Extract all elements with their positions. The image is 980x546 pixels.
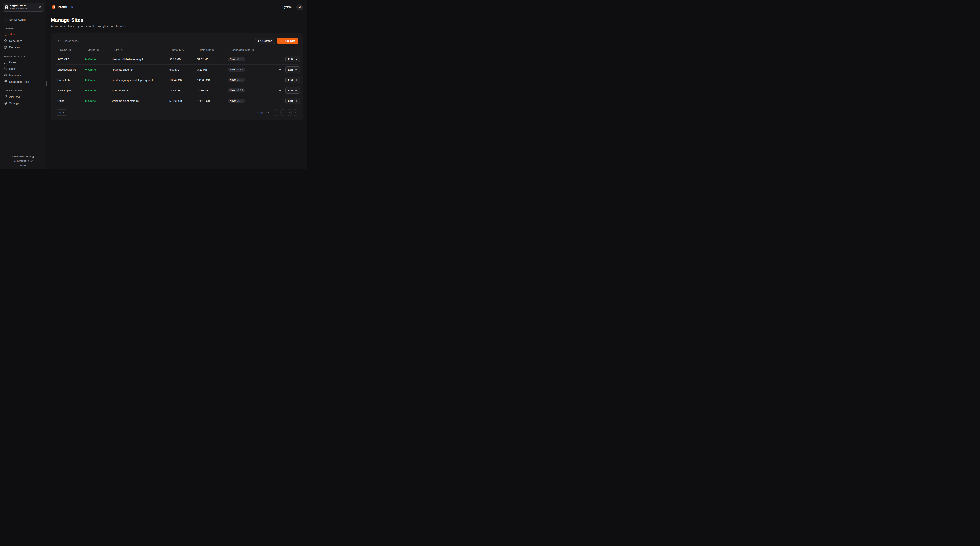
table-row: Home LabOnlinedead-san-joaquin-antelope-… xyxy=(56,75,298,85)
sidebar-item-api-keys[interactable]: API Keys xyxy=(3,93,44,100)
last-page-button[interactable] xyxy=(293,109,298,115)
connection-type-cell: Newtv1.3.2 xyxy=(226,99,275,103)
site-online-cell: Online xyxy=(83,58,110,61)
refresh-button[interactable]: Refresh xyxy=(255,38,275,44)
column-label: Data In xyxy=(172,48,181,51)
column-label: Name xyxy=(60,48,67,51)
online-status-dot xyxy=(85,100,87,102)
sidebar-item-roles[interactable]: Roles xyxy=(3,65,44,72)
sidebar-item-label: Sites xyxy=(9,33,15,36)
sidebar-item-domains[interactable]: Domains xyxy=(3,44,44,51)
brand[interactable]: PANGOLIN xyxy=(51,4,73,10)
app-version: v1.7.0 xyxy=(0,163,46,167)
connection-type-cell: Newtv1.3.2 xyxy=(226,88,275,93)
data-in-cell: 112.42 GB xyxy=(167,79,196,81)
ellipsis-icon xyxy=(278,68,281,71)
column-sort-site[interactable]: Site xyxy=(110,48,167,51)
refresh-icon xyxy=(258,40,261,42)
data-out-cell: 780.12 GB xyxy=(196,99,226,102)
online-status-dot xyxy=(85,79,87,81)
online-status-dot xyxy=(85,58,87,60)
search-icon xyxy=(58,40,61,42)
sidebar-item-resources[interactable]: Resources xyxy=(3,38,44,44)
row-actions-menu-button[interactable] xyxy=(277,78,282,82)
sidebar-item-users[interactable]: Users xyxy=(3,59,44,65)
community-edition-link[interactable]: Community Edition xyxy=(0,155,46,159)
ellipsis-icon xyxy=(278,99,281,102)
row-actions-menu-button[interactable] xyxy=(277,67,282,72)
sidebar-item-shareable-links[interactable]: Shareable Links xyxy=(3,78,44,85)
sidebar-item-sites[interactable]: Sites xyxy=(3,31,44,38)
edit-button[interactable]: Edit xyxy=(285,98,300,104)
column-sort-name[interactable]: Name xyxy=(56,48,83,51)
site-name-cell: AWS VPC xyxy=(56,58,83,61)
edit-button[interactable]: Edit xyxy=(285,56,300,62)
connection-type-version: v1.3.2 xyxy=(237,68,243,71)
gear-icon xyxy=(4,101,7,105)
connection-type-name: Newt xyxy=(230,58,235,61)
first-page-button[interactable] xyxy=(274,109,279,115)
table-row: Jeff's LaptopOnlinesmug-brown-rat12.65 G… xyxy=(56,85,298,96)
row-actions-cell: Edit xyxy=(275,98,302,104)
sidebar-item-label: Settings xyxy=(9,102,19,105)
chevron-right-icon xyxy=(288,111,291,114)
ellipsis-icon xyxy=(278,57,281,61)
refresh-button-label: Refresh xyxy=(262,40,272,42)
search-input[interactable] xyxy=(63,40,123,42)
edit-button[interactable]: Edit xyxy=(285,87,300,94)
sidebar-resize-handle[interactable] xyxy=(46,81,47,86)
connection-type-name: Newt xyxy=(230,89,235,92)
site-slug-cell: dead-san-joaquin-antelope-squirrel xyxy=(110,79,167,81)
next-page-button[interactable] xyxy=(287,109,292,115)
add-site-button[interactable]: Add Site xyxy=(277,38,298,44)
previous-page-button[interactable] xyxy=(280,109,285,115)
data-out-cell: 34.80 GB xyxy=(196,89,226,92)
user-icon xyxy=(4,61,7,64)
connection-type-version: v1.3.2 xyxy=(237,58,243,61)
connection-type-version: v1.3.2 xyxy=(237,79,243,81)
sidebar-item-server-admin[interactable]: Server Admin xyxy=(3,16,44,23)
row-actions-menu-button[interactable] xyxy=(277,99,282,103)
data-in-cell: 5.00 MB xyxy=(167,68,196,71)
edit-button-label: Edit xyxy=(288,99,293,102)
sites-icon xyxy=(4,33,7,36)
chevron-down-icon xyxy=(62,111,65,114)
theme-toggle[interactable]: System xyxy=(278,5,292,9)
documentation-link[interactable]: Documentation xyxy=(0,159,46,163)
column-sort-connection-type[interactable]: Connection Type xyxy=(226,48,275,51)
sidebar-item-label: Users xyxy=(9,61,16,64)
row-actions-cell: Edit xyxy=(275,87,302,94)
organization-label: Organization xyxy=(10,4,37,7)
page-subtitle: Allow connectivity to your network throu… xyxy=(51,24,303,28)
app-window: Organization milo@fossorial.io's ... Ser… xyxy=(0,0,307,169)
table-body: AWS VPCOnlinevivacious-little-blue-pengu… xyxy=(56,54,298,106)
site-online-cell: Online xyxy=(83,79,110,81)
page-size-select[interactable]: 20 xyxy=(56,109,67,115)
sidebar-item-invitations[interactable]: Invitations xyxy=(3,72,44,78)
server-icon xyxy=(4,18,7,21)
section-title-access-control: ACCESS CONTROL xyxy=(4,55,43,57)
user-avatar[interactable]: M xyxy=(296,4,303,10)
chevrons-up-down-icon xyxy=(38,6,41,9)
row-actions-menu-button[interactable] xyxy=(277,57,282,62)
arrow-right-icon xyxy=(294,100,298,102)
edit-button[interactable]: Edit xyxy=(285,67,300,73)
sidebar-item-label: Shareable Links xyxy=(9,80,29,83)
top-bar: PANGOLIN System M xyxy=(51,0,303,14)
brand-name: PANGOLIN xyxy=(58,5,73,9)
sort-icon xyxy=(212,49,215,51)
sort-icon xyxy=(97,49,99,51)
site-slug-cell: vivacious-little-blue-penguin xyxy=(110,58,167,61)
search-box xyxy=(56,38,125,44)
column-sort-data-in[interactable]: Data In xyxy=(167,48,196,51)
organization-switcher[interactable]: Organization milo@fossorial.io's ... xyxy=(3,3,44,11)
page-header: Manage Sites Allow connectivity to your … xyxy=(51,17,303,28)
edit-button[interactable]: Edit xyxy=(285,77,300,83)
row-actions-menu-button[interactable] xyxy=(277,88,282,93)
column-sort-data-out[interactable]: Data Out xyxy=(196,48,226,51)
column-sort-online[interactable]: Online xyxy=(83,48,110,51)
sidebar-item-settings[interactable]: Settings xyxy=(3,100,44,106)
online-status-dot xyxy=(85,69,87,70)
connection-type-cell: Newtv1.3.2 xyxy=(226,78,275,82)
connection-type-cell: Newtv1.3.2 xyxy=(226,68,275,72)
